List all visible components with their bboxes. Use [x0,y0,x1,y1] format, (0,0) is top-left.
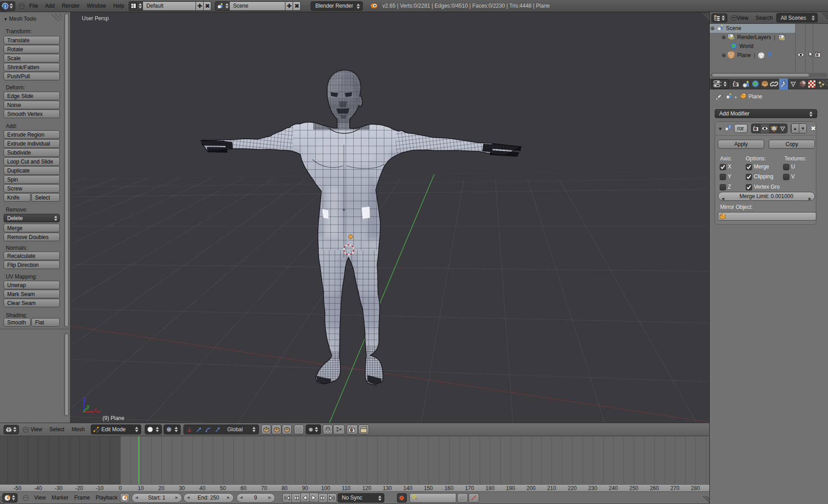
svg-text:x: x [94,407,97,413]
svg-text:(9) Plane: (9) Plane [102,415,125,421]
svg-text:User Persp: User Persp [82,15,109,22]
svg-text:y: y [87,403,89,410]
svg-text:z: z [83,396,86,402]
